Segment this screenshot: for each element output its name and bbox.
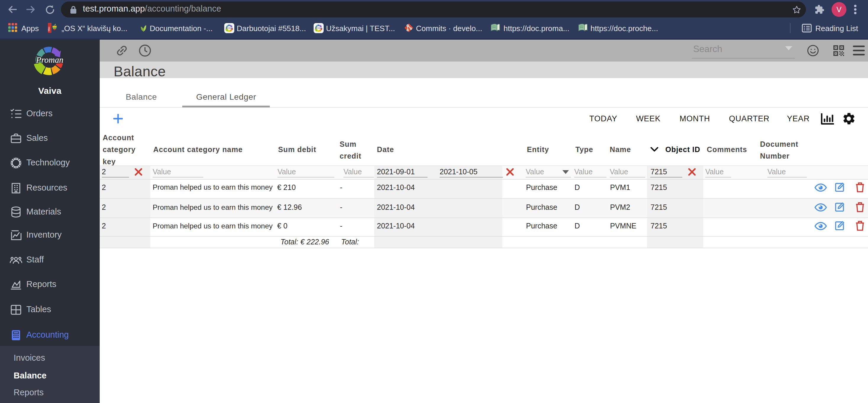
svg-text:Mac: Mac [48, 27, 50, 31]
svg-text:Proman: Proman [315, 27, 322, 29]
svg-text:Proman: Proman [225, 27, 232, 29]
